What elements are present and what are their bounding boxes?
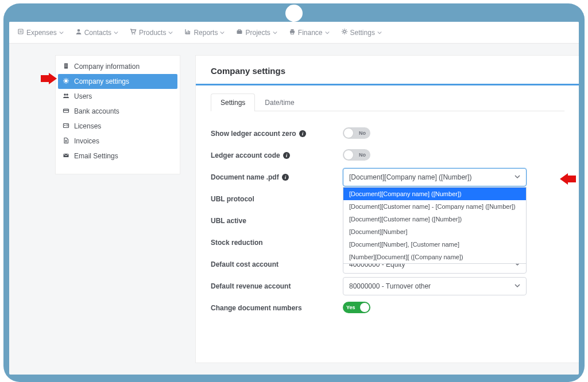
svg-point-12 [343,30,346,33]
document-name-dropdown-container: [Document][Company name] ([Number]) [Doc… [343,168,527,186]
panel-title: Company settings [211,66,564,76]
chevron-down-icon [514,282,520,290]
nav-item-projects[interactable]: Projects [231,22,284,43]
document-name-dropdown-list: [Document][Company name] ([Number])[Docu… [343,187,527,264]
svg-point-28 [65,80,67,82]
dropdown-option[interactable]: [Document][Customer name] - [Company nam… [343,200,526,213]
chevron-down-icon [273,29,280,37]
svg-line-19 [342,33,343,34]
chevron-down-icon [377,29,384,37]
app-screen: ExpensesContactsProductsReportsProjectsF… [9,22,579,375]
company-settings-panel: Company settings Settings Date/time Show… [195,55,579,363]
dropdown-option[interactable]: [Document][Number] [343,225,526,238]
device-frame: ExpensesContactsProductsReportsProjectsF… [3,3,585,382]
nav-item-products[interactable]: Products [125,22,180,43]
svg-rect-27 [67,67,67,67]
nav-item-expenses[interactable]: Expenses [13,22,71,43]
svg-rect-23 [67,64,67,65]
sidebar-item-label: Email Settings [74,152,118,160]
gear-icon [63,77,74,86]
label-stock-reduction: Stock reduction [211,239,263,247]
svg-rect-25 [67,65,67,66]
info-icon[interactable]: i [283,152,290,159]
row-ledger-code: Ledger account code i No [211,146,564,165]
svg-rect-22 [65,64,65,65]
label-ubl-active: UBL active [211,217,246,225]
tab-date-time[interactable]: Date/time [255,93,304,111]
content-area: Company informationCompany settingsUsers… [9,44,579,375]
nav-item-label: Products [139,29,166,37]
sidebar-item-bank-accounts[interactable]: Bank accounts [58,104,177,119]
svg-line-17 [342,30,343,30]
svg-rect-26 [65,67,65,67]
panel-tabs: Settings Date/time [211,93,564,111]
svg-point-3 [134,33,136,34]
users-icon [63,92,74,101]
settings-sidebar: Company informationCompany settingsUsers… [55,55,180,174]
panel-accent-bar [196,84,579,85]
sidebar-item-invoices[interactable]: Invoices [58,134,177,149]
sidebar-item-users[interactable]: Users [58,89,177,104]
sidebar-item-email-settings[interactable]: Email Settings [58,149,177,163]
label-show-ledger-zero: Show ledger account zero [211,130,296,138]
svg-line-35 [64,82,65,83]
svg-rect-40 [64,110,69,111]
sidebar-item-label: Company settings [74,77,129,85]
select-document-name-pdf[interactable]: [Document][Company name] ([Number]) [343,168,527,186]
nav-item-settings[interactable]: Settings [336,22,389,43]
chart-icon [184,28,194,37]
toggle-ledger-code[interactable]: No [343,149,370,161]
label-ledger-code: Ledger account code [211,151,280,159]
dropdown-option[interactable]: [Document][Customer name] ([Number]) [343,213,526,225]
svg-point-37 [64,93,66,96]
dropdown-option[interactable]: [Number][Document][ ([Company name]) [343,251,526,263]
svg-rect-6 [189,31,191,34]
sidebar-item-label: Company information [74,63,140,71]
toggle-change-document-numbers[interactable]: Yes [343,302,370,313]
chevron-down-icon [220,29,227,37]
info-icon[interactable]: i [282,174,289,181]
svg-rect-5 [188,30,189,34]
info-icon[interactable]: i [299,130,306,137]
select-default-revenue-account[interactable]: 80000000 - Turnover other [343,277,527,295]
chevron-down-icon [514,173,520,181]
printer-icon [289,28,298,37]
nav-item-reports[interactable]: Reports [180,22,231,43]
chevron-down-icon [168,29,175,37]
svg-line-36 [68,79,68,79]
expenses-icon [17,28,26,37]
nav-item-label: Contacts [84,29,111,37]
select-default-revenue-value: 80000000 - Turnover other [349,282,431,290]
sidebar-item-company-information[interactable]: Company information [58,59,177,74]
nav-item-finance[interactable]: Finance [284,22,336,43]
label-document-name-pdf: Document name .pdf [211,173,279,181]
top-nav: ExpensesContactsProductsReportsProjectsF… [9,22,579,44]
webcam-dot [285,5,303,22]
nav-item-contacts[interactable]: Contacts [71,22,125,43]
sidebar-item-licenses[interactable]: Licenses [58,119,177,134]
row-document-name-pdf: Document name .pdf i [Document][Company … [211,167,564,187]
dropdown-option[interactable]: [Document][Number], [Customer name] [343,238,526,251]
svg-point-1 [77,29,80,32]
sidebar-item-label: Licenses [74,122,101,130]
svg-rect-8 [238,30,241,31]
nav-item-label: Reports [194,29,218,37]
sidebar-item-company-settings[interactable]: Company settings [58,74,177,89]
sidebar-item-label: Users [74,92,92,100]
mail-icon [63,152,74,161]
cart-icon [130,28,139,37]
svg-line-33 [64,79,65,79]
nav-item-label: Projects [245,29,270,37]
tab-settings[interactable]: Settings [211,93,255,111]
briefcase-icon [236,28,245,37]
svg-point-2 [132,33,133,34]
chevron-down-icon [325,29,332,37]
dropdown-option[interactable]: [Document][Company name] ([Number]) [343,188,526,200]
svg-rect-4 [187,32,188,34]
toggle-show-ledger-zero[interactable]: No [343,127,370,139]
svg-rect-24 [65,65,65,66]
nav-item-label: Expenses [26,29,57,37]
row-default-revenue-account: Default revenue account 80000000 - Turno… [211,276,564,296]
sidebar-item-label: Bank accounts [74,107,119,115]
nav-item-label: Settings [350,29,375,37]
